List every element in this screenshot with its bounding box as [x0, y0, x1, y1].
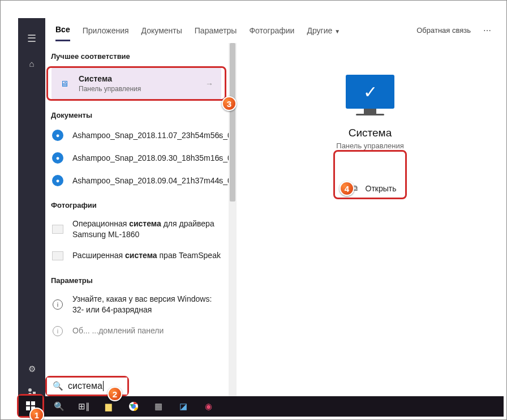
result-title: Система	[79, 74, 203, 84]
result-text: Ashampoo_Snap_2018.09.30_18h35m16s_032_С…	[72, 153, 216, 164]
task-view-icon[interactable]: ⊞∥	[72, 396, 95, 417]
result-text: Расширенная система прав TeamSpeak	[72, 250, 223, 261]
sidebar: ☰ ⌂ ⚙	[18, 18, 45, 403]
result-system[interactable]: 🖥 Система Панель управления →	[51, 68, 221, 99]
preview-subtitle: Панель управления	[336, 142, 403, 150]
callout-4: 4	[340, 181, 354, 196]
app-icon-1[interactable]: ◪	[172, 396, 195, 417]
scrollbar-thumb[interactable]	[230, 43, 235, 202]
search-value: система	[68, 381, 102, 391]
annotation-highlight-3: 🖥 Система Панель управления →	[46, 66, 226, 101]
search-window: ☰ ⌂ ⚙ Все Приложения Документы Параметры…	[18, 18, 504, 403]
tab-all[interactable]: Все	[55, 19, 70, 41]
result-param-0[interactable]: i Узнайте, какая у вас версия Windows: 3…	[45, 289, 229, 320]
tab-params[interactable]: Параметры	[195, 20, 237, 41]
tab-docs[interactable]: Документы	[141, 20, 182, 41]
doc-icon: ●	[51, 174, 65, 187]
result-photo-0[interactable]: Операционная система для драйвера Samsun…	[45, 214, 229, 245]
tab-other[interactable]: Другие ▼	[307, 20, 340, 41]
callout-3: 3	[222, 96, 237, 111]
result-text: Узнайте, какая у вас версия Windows: 32-…	[72, 294, 223, 315]
preview-title: Система	[349, 127, 392, 139]
info-icon: i	[51, 324, 65, 338]
group-params: Параметры	[45, 267, 229, 289]
preview-pane: ✓ Система Панель управления ⧉ Открыть	[237, 43, 504, 403]
doc-icon: ●	[51, 128, 65, 142]
result-text: Ashampoo_Snap_2018.09.04_21h37m44s_005_С…	[72, 175, 216, 186]
chevron-right-icon[interactable]: ›	[216, 176, 223, 185]
chrome-icon[interactable]	[122, 396, 145, 417]
callout-1: 1	[29, 408, 44, 420]
open-label: Открыть	[366, 184, 397, 193]
result-doc-2[interactable]: ● Ashampoo_Snap_2018.09.04_21h37m44s_005…	[45, 169, 229, 192]
result-text: Операционная система для драйвера Samsun…	[72, 218, 223, 240]
photo-icon	[51, 249, 65, 263]
system-preview-icon: ✓	[346, 75, 394, 109]
result-text: Об... ...домлений панели	[72, 325, 223, 336]
system-icon: 🖥	[57, 77, 71, 91]
results-body: Лучшее соответствие 🖥 Система Панель упр…	[45, 43, 504, 403]
group-photos: Фотографии	[45, 192, 229, 214]
filter-tabs: Все Приложения Документы Параметры Фотог…	[45, 18, 504, 43]
chevron-right-icon[interactable]: ›	[216, 153, 223, 162]
menu-icon[interactable]: ☰	[18, 25, 45, 52]
svg-point-0	[28, 388, 32, 392]
result-truncated[interactable]: i Об... ...домлений панели	[45, 320, 229, 342]
svg-rect-4	[26, 401, 30, 405]
tab-photos[interactable]: Фотографии	[249, 20, 294, 41]
tab-apps[interactable]: Приложения	[83, 20, 129, 41]
search-icon: 🔍	[53, 381, 63, 391]
callout-2: 2	[108, 387, 122, 401]
svg-rect-6	[26, 406, 30, 410]
feedback-link[interactable]: Обратная связь	[416, 26, 471, 35]
result-photo-1[interactable]: Расширенная система прав TeamSpeak	[45, 245, 229, 267]
group-documents: Документы	[45, 102, 229, 124]
calculator-icon[interactable]: ▦	[147, 396, 170, 417]
main-area: Все Приложения Документы Параметры Фотог…	[45, 18, 504, 403]
svg-rect-5	[31, 401, 35, 405]
result-doc-0[interactable]: ● Ashampoo_Snap_2018.11.07_23h54m56s_044…	[45, 124, 229, 147]
result-subtitle: Панель управления	[79, 84, 203, 93]
results-list: Лучшее соответствие 🖥 Система Панель упр…	[45, 43, 237, 403]
doc-icon: ●	[51, 151, 65, 165]
taskbar-search-icon[interactable]: 🔍	[48, 396, 70, 417]
settings-gear-icon[interactable]: ⚙	[18, 358, 45, 380]
search-bar-area: 🔍 система	[45, 376, 238, 396]
result-text: Ashampoo_Snap_2018.11.07_23h54m56s_044_С…	[72, 130, 216, 141]
photo-icon	[51, 222, 65, 236]
info-icon: i	[51, 298, 65, 311]
result-doc-1[interactable]: ● Ashampoo_Snap_2018.09.30_18h35m16s_032…	[45, 147, 229, 169]
chevron-right-icon[interactable]: ›	[216, 131, 223, 140]
chevron-right-icon[interactable]: →	[203, 79, 216, 88]
taskbar: 🔍 ⊞∥ ▆ ▦ ◪ ◉	[18, 396, 504, 417]
more-icon[interactable]: ⋯	[483, 26, 492, 35]
app-icon-2[interactable]: ◉	[197, 396, 220, 417]
group-best-match: Лучшее соответствие	[45, 43, 229, 65]
home-icon[interactable]: ⌂	[18, 52, 45, 75]
